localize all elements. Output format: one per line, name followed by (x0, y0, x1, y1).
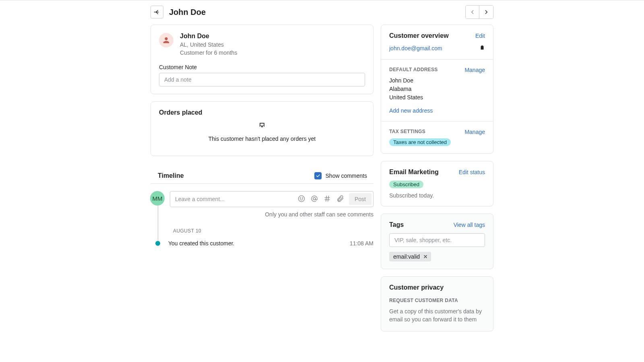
post-button[interactable]: Post (349, 193, 372, 205)
manage-tax-link[interactable]: Manage (464, 129, 485, 135)
orders-card: Orders placed This customer hasn't place… (151, 101, 374, 156)
person-icon (162, 36, 171, 45)
checkbox-checked-icon (314, 172, 322, 179)
customer-location: AL, United States (180, 41, 237, 49)
tag-label: email:valid (393, 253, 420, 260)
overview-edit-link[interactable]: Edit (475, 33, 485, 39)
prev-record-button[interactable] (466, 6, 479, 19)
timeline-dot-icon (155, 241, 160, 246)
customer-note-label: Customer Note (159, 64, 365, 70)
orders-title: Orders placed (159, 109, 365, 116)
tags-card: Tags View all tags email:valid (381, 214, 493, 269)
staff-avatar: MM (150, 191, 165, 206)
record-pager (465, 5, 493, 19)
clipboard-icon[interactable] (479, 44, 485, 52)
page-header: John Doe (151, 5, 493, 25)
page-title: John Doe (169, 8, 206, 17)
timeline-event: You created this customer. 11:08 AM (151, 238, 374, 247)
subscription-text: Subscribed today. (389, 192, 485, 199)
email-marketing-card: Email Marketing Edit status Subscribed S… (381, 161, 493, 206)
edit-marketing-status-link[interactable]: Edit status (459, 169, 485, 175)
svg-point-2 (302, 197, 303, 198)
address-line: United States (389, 93, 485, 102)
overview-title: Customer overview (389, 32, 449, 39)
tags-input[interactable] (389, 233, 485, 247)
chevron-left-icon (470, 9, 475, 15)
tax-status-badge: Taxes are not collected (389, 138, 451, 146)
comment-composer: Post (170, 191, 374, 207)
back-button[interactable] (151, 6, 163, 19)
show-comments-label: Show comments (326, 173, 367, 179)
customer-note-input[interactable] (159, 73, 365, 86)
tags-title: Tags (389, 221, 404, 228)
overview-card: Customer overview Edit john.doe@gmail.co… (381, 25, 493, 154)
timeline-event-time: 11:08 AM (350, 240, 374, 247)
subscription-badge: Subscribed (389, 181, 423, 188)
manage-address-link[interactable]: Manage (464, 67, 485, 73)
customer-name: John Doe (180, 32, 237, 41)
privacy-title: Customer privacy (389, 284, 485, 291)
default-address-heading: DEFAULT ADDRESS (389, 67, 438, 72)
svg-point-1 (300, 197, 301, 198)
emoji-icon[interactable] (297, 195, 305, 204)
close-icon (423, 254, 428, 259)
customer-summary-card: John Doe AL, United States Customer for … (151, 25, 374, 94)
svg-point-0 (298, 195, 304, 202)
customer-email-link[interactable]: john.doe@gmail.com (389, 45, 442, 51)
address-line: Alabama (389, 85, 485, 93)
inbox-icon (258, 122, 266, 130)
comment-input[interactable] (175, 193, 295, 205)
address-line: John Doe (389, 76, 485, 85)
request-data-heading: REQUEST CUSTOMER DATA (389, 298, 485, 303)
attachment-icon[interactable] (336, 195, 344, 204)
tag-chip: email:valid (389, 252, 431, 261)
customer-tenure: Customer for 6 months (180, 49, 237, 57)
add-address-link[interactable]: Add new address (389, 107, 433, 114)
timeline-section: Timeline Show comments MM (151, 163, 374, 247)
remove-tag-button[interactable] (423, 254, 428, 259)
privacy-card: Customer privacy REQUEST CUSTOMER DATA G… (381, 276, 493, 331)
orders-empty-message: This customer hasn't placed any orders y… (159, 136, 365, 142)
tax-settings-heading: TAX SETTINGS (389, 129, 425, 134)
chevron-right-icon (483, 9, 489, 15)
comment-hint: Only you and other staff can see comment… (170, 211, 374, 218)
hash-icon[interactable] (323, 195, 331, 204)
view-all-tags-link[interactable]: View all tags (454, 222, 485, 228)
svg-point-3 (313, 197, 316, 200)
next-record-button[interactable] (479, 6, 493, 19)
show-comments-toggle[interactable]: Show comments (314, 172, 367, 179)
timeline-date-header: AUGUST 10 (151, 218, 374, 238)
arrow-left-icon (153, 8, 161, 16)
timeline-event-text: You created this customer. (168, 240, 342, 247)
request-data-body: Get a copy of this customer's data by em… (389, 307, 485, 324)
timeline-title: Timeline (158, 172, 184, 179)
email-marketing-title: Email Marketing (389, 169, 439, 176)
customer-avatar (159, 33, 173, 47)
mention-icon[interactable] (310, 195, 318, 204)
